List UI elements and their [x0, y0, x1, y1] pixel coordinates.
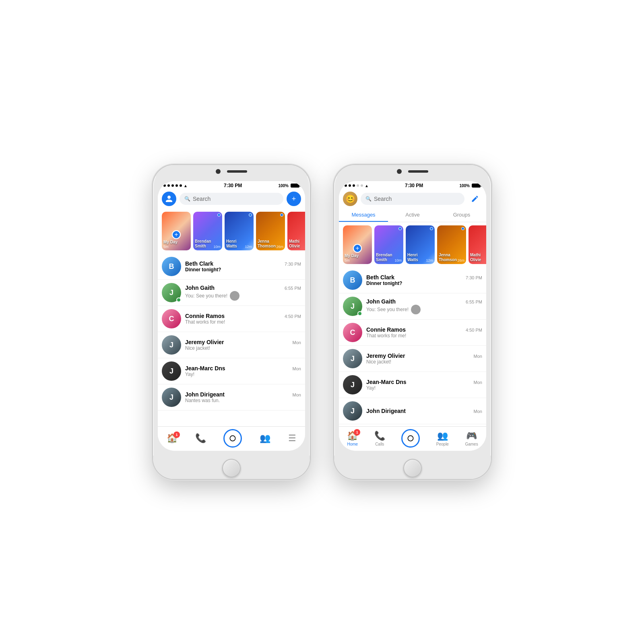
icon-wrapper: 🏠1 — [167, 433, 178, 444]
add-story-button[interactable]: + — [172, 230, 181, 239]
story-label: Henri Watts — [226, 239, 237, 249]
story-item-0[interactable]: +My Day5m — [343, 225, 372, 264]
wifi-icon: ▲ — [184, 184, 188, 188]
phone-camera — [397, 169, 402, 174]
signal-dot-2 — [353, 184, 355, 187]
search-bar[interactable]: 🔍 Search — [180, 193, 283, 205]
app-header: 😊 🔍 Search — [339, 189, 486, 208]
story-label: Jenna Thomson — [258, 239, 276, 249]
message-time: Mon — [293, 366, 301, 371]
message-item[interactable]: JJohn Gaith6:55 PMYou: See you there! — [339, 293, 486, 320]
story-item-1[interactable]: Brendan Smith10m — [193, 212, 222, 250]
message-item[interactable]: JJohn DirigeantMonNantes was fun. — [158, 384, 305, 411]
nav-item-1[interactable]: 📞Calls — [374, 431, 385, 446]
nav-item-1[interactable]: 📞 — [195, 433, 206, 444]
message-preview-row: That works for me! — [366, 333, 482, 339]
message-top-row: Jeremy OlivierMon — [185, 339, 301, 345]
nav-label: People — [436, 442, 449, 446]
message-time: Mon — [293, 340, 301, 345]
story-item-1[interactable]: Brendan Smith10m — [374, 225, 403, 264]
message-item[interactable]: JJohn DirigeantMon — [339, 398, 486, 424]
message-item[interactable]: JJeremy OlivierMonNice jacket! — [339, 346, 486, 372]
avatar-wrapper: J — [343, 401, 362, 421]
nav-item-3[interactable]: 👥 — [260, 433, 270, 444]
tab-messages[interactable]: Messages — [339, 208, 388, 222]
message-content: Beth Clark7:30 PMDinner tonight? — [366, 274, 482, 286]
status-left: ▲ — [163, 184, 188, 188]
message-preview-row: That works for me! — [185, 319, 301, 325]
message-sender-name: Beth Clark — [185, 260, 213, 267]
message-item[interactable]: CConnie Ramos4:50 PMThat works for me! — [158, 306, 305, 332]
message-avatar: B — [162, 257, 181, 276]
message-sender-name: Jean-Marc Dns — [185, 365, 225, 372]
message-item[interactable]: JJohn Gaith6:55 PMYou: See you there! — [158, 280, 305, 306]
story-active-dot — [398, 227, 402, 230]
story-item-4[interactable]: Mathi Olivie28m — [469, 225, 486, 264]
nav-item-4[interactable]: 🎮Games — [465, 431, 478, 446]
home-button-area — [334, 456, 491, 479]
camera-nav-button[interactable] — [401, 429, 420, 448]
story-item-2[interactable]: Henri Watts12m — [225, 212, 254, 250]
story-time: 10m — [213, 245, 221, 249]
message-item[interactable]: BBeth Clark7:30 PMDinner tonight? — [158, 254, 305, 280]
profile-avatar-button[interactable]: 😊 — [343, 192, 357, 206]
avatar-wrapper: J — [162, 335, 181, 355]
message-top-row: Jeremy OlivierMon — [366, 353, 482, 359]
story-label: Brendan Smith — [195, 239, 211, 249]
messages-list: BBeth Clark7:30 PMDinner tonight?JJohn G… — [339, 267, 486, 426]
icon-wrapper: 🏠1 — [347, 431, 358, 441]
message-item[interactable]: JJean-Marc DnsMonYay! — [158, 358, 305, 384]
message-preview-row: You: See you there! — [366, 305, 482, 314]
story-item-3[interactable]: Jenna Thomson26m — [256, 212, 285, 250]
story-active-dot — [249, 213, 252, 217]
avatar-wrapper: J — [162, 283, 181, 302]
search-bar[interactable]: 🔍 Search — [361, 193, 464, 205]
nav-item-3[interactable]: 👥People — [436, 431, 449, 446]
message-item[interactable]: JJean-Marc DnsMonYay! — [339, 372, 486, 398]
story-item-0[interactable]: +My Day5m — [162, 212, 191, 250]
stories-strip: +My Day5mBrendan Smith10mHenri Watts12mJ… — [339, 222, 486, 267]
message-top-row: John Gaith6:55 PM — [366, 298, 482, 305]
nav-icon: 🎮 — [466, 431, 477, 441]
story-active-dot — [217, 213, 221, 217]
message-sender-name: Connie Ramos — [185, 313, 225, 319]
nav-item-4[interactable]: ☰ — [288, 433, 296, 444]
story-item-2[interactable]: Henri Watts12m — [406, 225, 435, 264]
nav-item-2[interactable] — [401, 429, 420, 448]
svg-point-1 — [408, 436, 413, 441]
message-item[interactable]: BBeth Clark7:30 PMDinner tonight? — [339, 267, 486, 293]
message-content: Jeremy OlivierMonNice jacket! — [366, 353, 482, 365]
avatar-wrapper: B — [162, 257, 181, 276]
profile-avatar-button[interactable] — [162, 192, 176, 206]
message-item[interactable]: CConnie Ramos4:50 PMThat works for me! — [339, 320, 486, 346]
message-item[interactable]: JJeremy OlivierMonNice jacket! — [158, 332, 305, 358]
signal-dot-2 — [171, 184, 174, 187]
nav-item-0[interactable]: 🏠1Home — [347, 431, 358, 446]
message-avatar: J — [343, 401, 362, 421]
compose-button[interactable] — [468, 192, 482, 206]
nav-item-2[interactable] — [223, 429, 242, 448]
nav-badge: 1 — [173, 431, 180, 438]
story-item-3[interactable]: Jenna Thomson26m — [437, 225, 466, 264]
message-sender-name: John Gaith — [366, 298, 396, 305]
message-preview-row: Nantes was fun. — [185, 398, 301, 403]
tab-active[interactable]: Active — [388, 208, 437, 222]
message-preview-row: You: See you there! — [185, 291, 301, 301]
nav-label: Home — [347, 442, 358, 446]
camera-nav-button[interactable] — [223, 429, 242, 448]
message-avatar: C — [162, 309, 181, 328]
message-top-row: John Gaith6:55 PM — [185, 285, 301, 291]
home-button[interactable] — [222, 459, 241, 477]
battery-fill — [472, 184, 480, 187]
status-right: 100% — [459, 184, 481, 188]
compose-button[interactable]: + — [287, 192, 301, 206]
story-label: Henri Watts — [407, 253, 418, 262]
status-left: ▲ — [345, 184, 369, 188]
story-active-dot — [430, 227, 433, 230]
tab-groups[interactable]: Groups — [437, 208, 486, 222]
add-story-button[interactable]: + — [353, 244, 362, 253]
message-preview: Yay! — [185, 372, 194, 377]
home-button[interactable] — [403, 459, 422, 477]
nav-item-0[interactable]: 🏠1 — [167, 433, 178, 444]
story-item-4[interactable]: Mathi Olivie28m — [287, 212, 305, 250]
